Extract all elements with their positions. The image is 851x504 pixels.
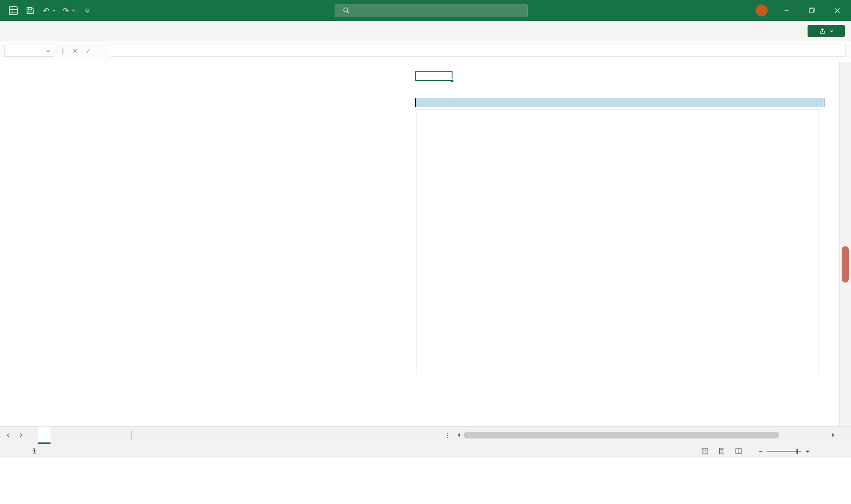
redo-dropdown-icon[interactable]	[71, 0, 76, 21]
cancel-entry-icon[interactable]: ✕	[69, 45, 81, 57]
formula-input[interactable]	[110, 45, 846, 57]
vertical-scrollbar-thumb[interactable]	[842, 246, 849, 283]
search-icon	[343, 7, 349, 15]
hscroll-left-icon[interactable]	[457, 428, 461, 442]
insert-function-icon[interactable]	[96, 45, 107, 57]
status-bar: − +	[0, 444, 851, 458]
name-box[interactable]	[4, 45, 54, 57]
zoom-out-button[interactable]: −	[759, 444, 763, 458]
sheet-prev-icon[interactable]	[6, 428, 11, 442]
undo-dropdown-icon[interactable]	[51, 0, 57, 21]
redo-icon[interactable]: ↷	[60, 0, 71, 21]
add-sheet-button[interactable]	[140, 426, 152, 444]
excel-app-icon[interactable]	[7, 0, 20, 21]
quick-access-toolbar-icon[interactable]	[82, 0, 92, 21]
tab-design-calculation[interactable]	[38, 426, 51, 444]
close-button[interactable]	[827, 0, 847, 21]
save-icon[interactable]	[24, 0, 36, 21]
selection-fill-handle[interactable]	[451, 79, 454, 82]
zoom-slider-thumb[interactable]	[796, 449, 798, 454]
tab-legal-disclaimer[interactable]	[88, 426, 100, 444]
page-break-view-icon[interactable]	[735, 444, 742, 458]
accessibility-icon	[31, 444, 38, 458]
hscroll-right-icon[interactable]	[831, 428, 835, 442]
selected-cell-outline[interactable]	[415, 71, 453, 81]
share-dropdown-icon	[830, 30, 833, 32]
formula-bar-options-icon[interactable]: ⋮	[59, 45, 66, 57]
normal-view-icon[interactable]	[702, 444, 708, 458]
name-box-dropdown-icon	[46, 50, 50, 53]
confirm-entry-icon[interactable]: ✓	[82, 45, 94, 57]
page-layout-view-icon[interactable]	[718, 444, 725, 458]
vertical-scrollbar[interactable]	[839, 62, 851, 426]
share-icon	[820, 28, 825, 34]
sheet-tab-bar: ⋮	[0, 426, 851, 444]
restore-button[interactable]	[801, 0, 822, 21]
bode-plot-chart[interactable]	[417, 109, 819, 374]
sheet-next-icon[interactable]	[19, 428, 23, 442]
bode-plot-banner-cell[interactable]	[415, 98, 824, 107]
search-input[interactable]	[335, 4, 528, 17]
horizontal-scrollbar-thumb[interactable]	[464, 432, 779, 438]
zoom-in-button[interactable]: +	[806, 444, 810, 458]
title-bar: ↶ ↷	[0, 0, 851, 21]
tab-options-icon[interactable]: ⋮	[445, 428, 451, 442]
share-button[interactable]	[808, 25, 845, 37]
formula-bar: ⋮ ✕ ✓	[0, 41, 851, 60]
undo-icon[interactable]: ↶	[41, 0, 51, 21]
minimize-button[interactable]	[777, 0, 797, 21]
account-avatar[interactable]	[756, 4, 768, 16]
ribbon-tab-bar	[0, 21, 851, 41]
